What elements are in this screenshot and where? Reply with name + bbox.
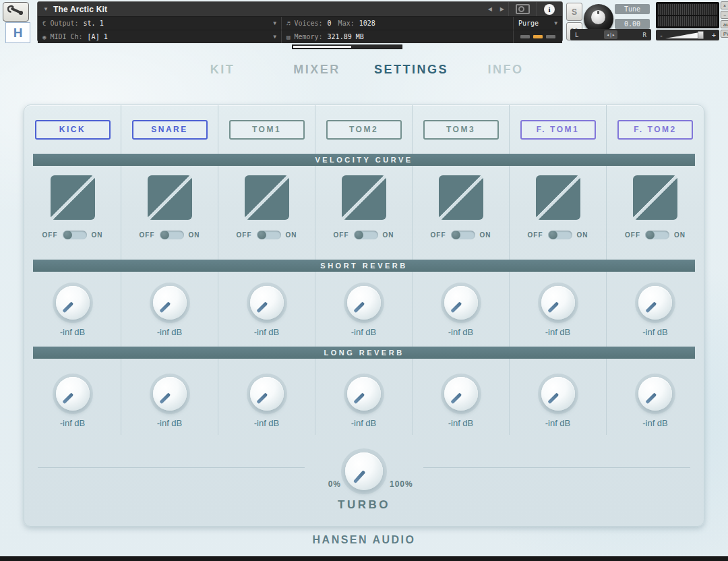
short-reverb-value-f-tom1: -inf dB [545,327,571,337]
instrument-rail-scrollbar[interactable] [292,45,402,49]
volume-minus[interactable]: - [659,32,663,39]
tab-info[interactable]: INFO [458,63,553,77]
next-instrument-icon[interactable]: ▶ [496,2,508,16]
velocity-toggle-tom2[interactable]: OFFON [334,231,394,239]
toggle-pill[interactable] [160,231,184,239]
volume-slider[interactable]: - + [656,30,719,40]
knob-pointer [256,301,268,313]
velocity-curve-display-tom2[interactable] [342,175,386,220]
scrollbar-thumb[interactable] [293,46,351,48]
drum-button-tom1[interactable]: TOM1 [229,120,305,140]
short-reverb-knob-kick[interactable] [56,286,90,320]
turbo-min-label: 0% [328,479,341,489]
long-reverb-knob-tom3[interactable] [444,377,478,411]
tools-button[interactable] [3,2,29,22]
short-reverb-knob-tom3[interactable] [444,286,478,320]
velocity-toggle-f-tom1[interactable]: OFFON [528,231,588,239]
knob-pointer [353,392,365,404]
long-reverb-knob-f-tom1[interactable] [541,377,575,411]
midi-label: MIDI Ch: [50,33,82,40]
drum-button-f-tom1[interactable]: F. TOM1 [520,120,596,140]
tab-mixer[interactable]: MIXER [270,63,364,77]
level-meter-left [658,4,717,15]
velocity-toggle-tom1[interactable]: OFFON [237,231,297,239]
indicator-bar-active [533,35,543,38]
toggle-pill[interactable] [354,231,378,239]
solo-button[interactable]: S [566,3,582,21]
divider-line [38,467,305,468]
voices-icon: ♬ [286,20,290,27]
edge-button-aux[interactable]: aux [721,20,728,28]
edge-button-[interactable]: − [721,11,728,19]
edge-button-pv[interactable]: PV [721,30,728,38]
section-header-long-reverb: LONG REVERB [33,347,695,359]
long-reverb-knob-tom1[interactable] [250,377,284,411]
collapse-arrow-icon[interactable]: ▼ [43,6,49,12]
purge-menu[interactable]: Purge ▼ [514,17,562,30]
toggle-pill[interactable] [548,231,572,239]
purge-label: Purge [518,20,539,27]
toggle-pill[interactable] [645,231,669,239]
prev-instrument-icon[interactable]: ◀ [484,2,496,16]
long-reverb-cell-f-tom1: -inf dB [510,359,607,435]
tab-kit[interactable]: KIT [175,63,270,77]
short-reverb-knob-f-tom2[interactable] [638,286,672,320]
drum-button-tom2[interactable]: TOM2 [326,120,402,140]
knob-pointer [450,392,462,404]
drum-button-tom3[interactable]: TOM3 [423,120,499,140]
velocity-toggle-f-tom2[interactable]: OFFON [625,231,686,239]
short-reverb-knob-snare[interactable] [153,286,187,320]
long-reverb-cell-snare: -inf dB [121,359,218,435]
long-reverb-value-tom3: -inf dB [448,418,474,428]
velocity-toggle-tom3[interactable]: OFFON [431,231,491,239]
volume-handle[interactable] [698,31,704,39]
chevron-down-icon[interactable]: ▼ [273,20,276,26]
toggle-pill[interactable] [63,231,87,239]
info-button[interactable]: i [536,2,562,16]
velocity-curve-display-kick[interactable] [51,175,95,220]
short-reverb-value-f-tom2: -inf dB [642,327,668,337]
voices-label: Voices: [294,20,322,27]
tune-value[interactable]: 0.00 [615,19,650,29]
long-reverb-knob-tom2[interactable] [347,377,381,411]
long-reverb-knob-f-tom2[interactable] [638,377,672,411]
drum-button-snare[interactable]: SNARE [132,120,208,140]
chevron-down-icon[interactable]: ▼ [554,20,557,26]
memory-icon: ▤ [286,34,290,40]
edge-button-[interactable]: × [721,1,728,9]
short-reverb-knob-tom2[interactable] [347,286,381,320]
snapshot-camera-button[interactable] [508,2,536,16]
velocity-curve-display-f-tom1[interactable] [536,175,580,220]
toggle-pill[interactable] [257,231,281,239]
kontakt-instrument-header: ▼ The Arctic Kit ◀ ▶ i € Output: st. 1 ▼ [37,1,563,42]
toggle-on-label: ON [92,231,103,239]
volume-plus[interactable]: + [712,32,716,39]
velocity-curve-display-snare[interactable] [148,175,192,220]
memory-value: 321.89 MB [328,33,364,40]
indicator-bar [546,35,555,38]
midi-channel-select[interactable]: ◉ MIDI Ch: [A] 1 ▼ [38,30,282,43]
turbo-knob[interactable] [345,452,383,490]
long-reverb-knob-snare[interactable] [153,377,187,411]
short-reverb-knob-tom1[interactable] [250,286,284,320]
output-select[interactable]: € Output: st. 1 ▼ [38,17,282,30]
drum-button-f-tom2[interactable]: F. TOM2 [617,120,693,140]
short-reverb-knob-f-tom1[interactable] [541,286,575,320]
velocity-toggle-kick[interactable]: OFFON [42,231,103,239]
velocity-curve-display-tom3[interactable] [439,175,483,220]
tab-settings[interactable]: SETTINGS [364,63,458,77]
turbo-knob-pointer [353,470,365,483]
chevron-down-icon[interactable]: ▼ [273,34,276,40]
drum-button-kick[interactable]: KICK [35,120,111,140]
velocity-curve-display-tom1[interactable] [245,175,289,220]
long-reverb-knob-kick[interactable] [56,377,90,411]
pan-slider[interactable]: L ◂|▸ R [570,29,651,40]
drum-cell-tom1: TOM1 [218,105,315,154]
memory-label: Memory: [294,33,322,40]
pan-handle[interactable]: ◂|▸ [604,30,617,39]
max-voices-value: 1028 [359,20,375,27]
long-reverb-cell-f-tom2: -inf dB [607,359,704,435]
velocity-curve-display-f-tom2[interactable] [633,175,677,220]
velocity-toggle-snare[interactable]: OFFON [140,231,200,239]
toggle-pill[interactable] [451,231,475,239]
